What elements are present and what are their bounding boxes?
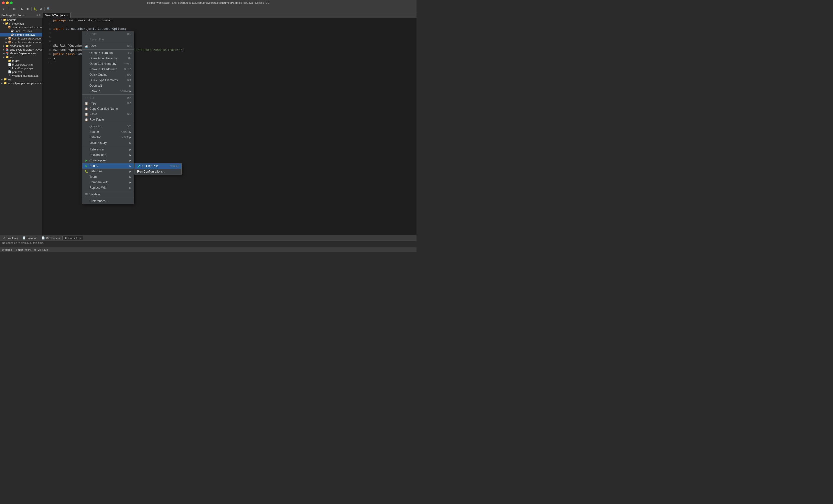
sidebar-item-maven[interactable]: ▶ 📚 Maven Dependencies [0, 51, 42, 55]
menu-quick-outline[interactable]: Quick Outline ⌘O [82, 72, 134, 77]
submenu-arrow: ▶ [129, 186, 132, 189]
minimize-button[interactable] [6, 1, 9, 4]
menu-label: Team [90, 175, 97, 178]
menu-team[interactable]: Team ▶ [82, 174, 134, 179]
menu-revert[interactable]: Revert File [82, 37, 134, 42]
menu-references[interactable]: References ▶ [82, 147, 134, 152]
toolbar: ≡ ⬡ ⊞ ▶ ⏹ 🐛 ⚙ 🔍 [0, 5, 416, 12]
item-label: SampleTest.java [15, 33, 35, 36]
problems-label: Problems [6, 236, 18, 240]
sidebar-item-sampletest[interactable]: ▶ ☕ SampleTest.java [0, 33, 42, 36]
menu-run-as[interactable]: ▶ Run As ▶ 🧪 1 JUnit Test ⌥⌘XT Run Confi… [82, 163, 134, 169]
console-icon: 🖥 [65, 236, 67, 240]
menu-shortcut: ⌘1 [127, 125, 132, 128]
arrow-icon: ▶ [3, 48, 5, 51]
menu-local-history[interactable]: Local History ▶ [82, 140, 134, 146]
sidebar-close-icon[interactable]: × [39, 14, 41, 17]
toolbar-btn-3[interactable]: ⊞ [12, 6, 17, 11]
tab-close-icon[interactable]: × [66, 14, 68, 17]
submenu-arrow: ▶ [129, 90, 132, 93]
item-label: com.browserstack.cucumber [12, 26, 42, 29]
menu-quick-type-hierarchy[interactable]: Quick Type Hierarchy ⌘T [82, 77, 134, 83]
menu-debug-as[interactable]: 🐛 Debug As ▶ [82, 169, 134, 174]
close-button[interactable] [2, 1, 5, 4]
menu-label: Copy [90, 102, 96, 105]
java-icon: ☕ [10, 33, 14, 36]
menu-save[interactable]: 💾 Save ⌘S [82, 44, 134, 49]
menu-open-with[interactable]: Open With ▶ [82, 83, 134, 89]
menu-source[interactable]: Source ⌥⌘S ▶ [82, 129, 134, 134]
refactor-icon [85, 135, 88, 139]
package-icon: 📦 [8, 41, 11, 44]
menu-replace-with[interactable]: Replace With ▶ [82, 185, 134, 191]
toolbar-btn-2[interactable]: ⬡ [6, 6, 11, 11]
run-junit-test[interactable]: 🧪 1 JUnit Test ⌥⌘XT [135, 163, 182, 169]
menu-shortcut: ⌥⌘S [121, 130, 128, 133]
sidebar-item-wikipedia-apk[interactable]: ▶ 📱 WikipediaSample.apk [0, 74, 42, 77]
item-label: src/test/resources [10, 45, 31, 47]
menu-label: Undo [90, 32, 97, 36]
sidebar-collapse-icon[interactable]: ≡ [37, 14, 38, 17]
menu-shortcut: ⌘Z [127, 32, 132, 36]
toolbar-btn-6[interactable]: 🐛 [33, 6, 38, 11]
sidebar-item-browserstack-yml[interactable]: ▶ 📄 browserstack.yml [0, 62, 42, 66]
save-icon: 💾 [85, 45, 88, 48]
sidebar-item-localsample-apk[interactable]: ▶ 📱 LocalSample.apk [0, 66, 42, 70]
run-junit-label: 1 JUnit Test [142, 165, 158, 168]
toolbar-btn-5[interactable]: ⏹ [25, 6, 30, 11]
menu-refactor[interactable]: Refactor ⌥⌘T ▶ [82, 134, 134, 140]
sidebar-item-com-browserstack-cucumber[interactable]: ▾ 📦 com.browserstack.cucumber [0, 25, 42, 29]
menu-label: Coverage As [90, 159, 106, 162]
menu-open-call-hierarchy[interactable]: Open Call Hierarchy ⌃⌥H [82, 61, 134, 67]
menu-show-in[interactable]: Show In ⌥⌘W ▶ [82, 89, 134, 94]
sidebar-item-ios[interactable]: ▶ 📁 ios [0, 77, 42, 81]
sidebar-item-steps[interactable]: ▶ 📦 com.browserstack.cucumber.steps [0, 40, 42, 44]
sidebar-item-localtest[interactable]: ▶ ☕ LocalTest.java [0, 29, 42, 33]
folder-icon: 📁 [5, 55, 9, 58]
sidebar-item-src-test-java[interactable]: ▾ 📁 src/test/java [0, 22, 42, 25]
item-label: browserstack.yml [12, 63, 33, 66]
maximize-button[interactable] [10, 1, 13, 4]
sidebar-item-pages[interactable]: ▶ 📦 com.browserstack.cucumber.pages [0, 36, 42, 40]
console-close-icon[interactable]: × [79, 237, 81, 240]
tab-console[interactable]: 🖥 Console × [63, 236, 83, 240]
folder-icon: 📁 [3, 18, 6, 21]
sidebar-item-jre[interactable]: ▶ 📚 JRE System Library [JavaSE-1.8] [0, 48, 42, 51]
run-configurations[interactable]: Run Configurations... [135, 169, 182, 174]
menu-copy-qualified[interactable]: 📋 Copy Qualified Name [82, 106, 134, 111]
sidebar-item-src[interactable]: ▶ 📁 src [0, 55, 42, 59]
menu-copy[interactable]: 📋 Copy ⌘C [82, 101, 134, 106]
menu-open-type-hierarchy[interactable]: Open Type Hierarchy F4 [82, 56, 134, 61]
tab-problems[interactable]: ⚠ Problems [1, 236, 20, 240]
menu-preferences[interactable]: Preferences... [82, 198, 134, 204]
menu-raw-paste[interactable]: 📋 Raw Paste [82, 117, 134, 122]
sidebar-item-android[interactable]: ▾ 📁 android [0, 18, 42, 22]
menu-validate[interactable]: ☑ Validate [82, 192, 134, 197]
toolbar-search[interactable]: 🔍 [46, 6, 51, 11]
toolbar-btn-7[interactable]: ⚙ [38, 6, 43, 11]
menu-shortcut: ⌘C [127, 102, 132, 105]
toolbar-btn-1[interactable]: ≡ [1, 6, 6, 11]
sidebar-item-pom[interactable]: ▶ 📄 pom.xml [0, 70, 42, 74]
menu-quick-fix[interactable]: Quick Fix ⌘1 [82, 124, 134, 129]
menu-paste[interactable]: 📋 Paste ⌘V [82, 111, 134, 117]
menu-open-declaration[interactable]: Open Declaration F3 [82, 50, 134, 56]
menu-cut[interactable]: ✂ Cut ⌘X [82, 95, 134, 101]
tab-declaration[interactable]: 📄 Declaration [40, 236, 62, 240]
menu-compare-with[interactable]: Compare With ▶ [82, 179, 134, 185]
menu-declarations[interactable]: Declarations ▶ [82, 152, 134, 158]
toolbar-btn-4[interactable]: ▶ [20, 6, 25, 11]
menu-coverage-as[interactable]: ▶ Coverage As ▶ [82, 158, 134, 163]
sidebar-item-target[interactable]: ▶ 📁 target [0, 59, 42, 62]
menu-label: Save [90, 45, 96, 48]
submenu-arrow: ▶ [129, 176, 132, 178]
menu-show-breadcrumb[interactable]: Show in Breadcrumb ⌘⌥B [82, 67, 134, 72]
declaration-icon [85, 51, 88, 55]
menu-undo[interactable]: ↩ Undo ⌘Z [82, 31, 134, 37]
sidebar-item-src-test-resources[interactable]: ▶ 📁 src/test/resources [0, 44, 42, 48]
title-bar: eclipse-workspace - android/src/test/jav… [0, 0, 416, 5]
tab-javadoc[interactable]: 📄 Javadoc [20, 236, 39, 240]
tab-sampletest[interactable]: SampleTest.java × [42, 12, 71, 18]
sidebar-item-serenity[interactable]: ▶ 📁 serenity-appium-app-browserstack-mai… [0, 81, 42, 85]
copy-icon: 📋 [85, 102, 88, 105]
